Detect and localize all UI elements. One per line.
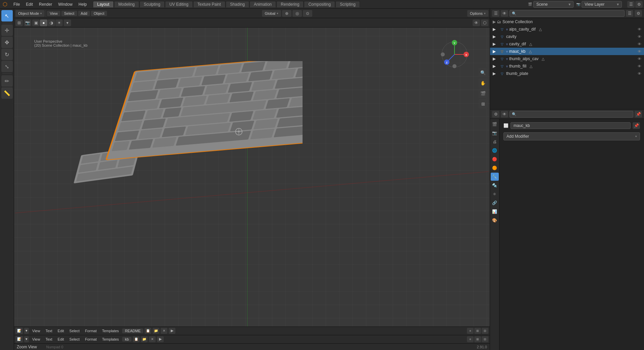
ed-templates-1[interactable]: Templates <box>100 329 121 333</box>
ed-folder-1[interactable]: 📁 <box>153 328 159 334</box>
ed-layout-btn-2b[interactable]: ⊞ <box>474 336 481 342</box>
outliner-item-mauc-kb[interactable]: ▶ ▽ ▿ mauc_kb △ 👁 <box>490 48 644 55</box>
ed-edit-2[interactable]: Edit <box>56 337 66 342</box>
rotate-tool[interactable]: ↻ <box>1 49 13 60</box>
outliner-item-thumb-plate[interactable]: ▶ ▽ thumb_plate 👁 <box>490 70 644 77</box>
ed-layout-btn-1b[interactable]: ⊞ <box>474 328 481 334</box>
outliner-view-icon[interactable]: 👁 <box>501 10 508 17</box>
snap-icon[interactable]: ⊕ <box>282 10 291 17</box>
props-data-icon[interactable]: 📊 <box>491 208 499 216</box>
object-name-input[interactable]: mauc_kb <box>511 122 631 129</box>
props-modifier-icon[interactable]: 🔧 <box>491 173 499 181</box>
tab-compositing[interactable]: Compositing <box>304 1 335 7</box>
ed-view-1[interactable]: View <box>30 329 42 333</box>
ed-view-2[interactable]: View <box>30 337 42 342</box>
select-menu[interactable]: Select <box>61 11 77 16</box>
outliner-item-cavity-dif[interactable]: ▶ ▽ ▿ cavity_dif △ 👁 <box>490 40 644 48</box>
outliner-search[interactable] <box>509 10 625 17</box>
viewport[interactable]: User Perspective (20) Scene Collection |… <box>14 28 490 326</box>
ed-select-2[interactable]: Select <box>67 337 82 342</box>
ed-play-2[interactable]: ▶ <box>157 336 164 342</box>
camera-icon[interactable]: 📷 <box>24 19 31 26</box>
annotate-tool[interactable]: ✏ <box>1 75 13 87</box>
props-pin-icon[interactable]: 📌 <box>635 111 642 118</box>
scale-tool[interactable]: ⤡ <box>1 61 13 72</box>
editor-dropdown-2[interactable]: ▾ <box>24 336 29 342</box>
item-eye-3[interactable]: 👁 <box>638 42 641 46</box>
proportional2-icon[interactable]: ⊙ <box>303 10 312 17</box>
props-view-layer-icon[interactable]: 🖨 <box>491 138 499 146</box>
props-world-icon[interactable]: 🔴 <box>491 155 499 163</box>
ed-play-1[interactable]: ▶ <box>169 328 175 334</box>
xray-icon[interactable]: ⬡ <box>481 19 488 26</box>
item-eye-7[interactable]: 👁 <box>638 72 641 76</box>
tab-uv-editing[interactable]: UV Editing <box>165 1 193 7</box>
ed-layout-btn-1c[interactable]: ⊟ <box>482 328 488 334</box>
editor-type-btn-2[interactable]: 📝 <box>15 336 23 343</box>
ed-close-1[interactable]: ✕ <box>161 328 167 334</box>
select-tool[interactable]: ↖ <box>1 10 13 21</box>
zoom-in-btn[interactable]: 🔍 <box>478 68 488 77</box>
ed-edit-1[interactable]: Edit <box>56 329 66 333</box>
item-eye-5[interactable]: 👁 <box>638 57 641 61</box>
ed-text-2[interactable]: Text <box>44 337 54 342</box>
blender-logo[interactable]: ⬡ <box>1 1 9 8</box>
ed-layout-btn-2a[interactable]: ≡ <box>467 336 474 342</box>
item-eye-4[interactable]: 👁 <box>638 49 641 53</box>
ed-layout-btn-2c[interactable]: ⊟ <box>482 336 488 342</box>
props-physics-icon[interactable]: ⚛ <box>491 190 499 198</box>
ed-close-2[interactable]: ✕ <box>149 336 156 342</box>
ed-text-1[interactable]: Text <box>44 329 54 333</box>
outliner-item-thumb-alps[interactable]: ▶ ▽ ▿ thumb_alps_cav △ 👁 <box>490 55 644 62</box>
tab-sculpting[interactable]: Sculpting <box>140 1 165 7</box>
scene-dropdown[interactable]: Scene ▾ <box>533 1 574 8</box>
props-constraints-icon[interactable]: 🔗 <box>491 199 499 207</box>
props-material-icon[interactable]: 🎨 <box>491 216 499 224</box>
view-layer-dropdown[interactable]: View Layer ▾ <box>582 1 622 8</box>
add-modifier-button[interactable]: Add Modifier ▾ <box>503 132 640 140</box>
proportional-icon[interactable]: ◎ <box>292 10 302 17</box>
ortho-btn[interactable]: ⊞ <box>478 99 488 108</box>
camera-btn[interactable]: 🎬 <box>478 89 488 98</box>
object-menu[interactable]: Object <box>91 11 107 16</box>
menu-render[interactable]: Render <box>36 1 55 7</box>
props-render-icon[interactable]: 🎬 <box>491 120 499 128</box>
settings-icon[interactable]: ⚙ <box>635 1 643 8</box>
outliner-settings-icon[interactable]: ⚙ <box>635 10 642 17</box>
properties-search[interactable] <box>509 111 633 118</box>
viewport-shading-render[interactable]: ☀ <box>55 19 63 26</box>
shading-options[interactable]: ▾ <box>64 19 71 26</box>
view-menu[interactable]: View <box>47 11 60 16</box>
menu-window[interactable]: Window <box>55 1 75 7</box>
editor-type-btn-1[interactable]: 📝 <box>15 327 23 334</box>
measure-tool[interactable]: 📏 <box>1 87 13 99</box>
pin-object-btn[interactable]: 📌 <box>633 122 640 129</box>
tab-animation[interactable]: Animation <box>250 1 276 7</box>
tab-shading[interactable]: Shading <box>226 1 249 7</box>
move-tool[interactable]: ✥ <box>1 37 13 48</box>
navigation-gizmo[interactable]: Y X Z <box>439 39 470 70</box>
viewport-shading-matcap[interactable]: ◑ <box>48 19 55 26</box>
item-eye-1[interactable]: 👁 <box>638 27 641 31</box>
ed-format-2[interactable]: Format <box>83 337 99 342</box>
mode-selector[interactable]: Object Mode ▾ <box>15 10 45 17</box>
viewport-shading-wire[interactable]: ▣ <box>32 19 40 26</box>
tab-modeling[interactable]: Modeling <box>114 1 139 7</box>
tab-scripting[interactable]: Scripting <box>335 1 360 7</box>
ed-copy-1[interactable]: 📋 <box>145 328 151 334</box>
add-menu[interactable]: Add <box>78 11 90 16</box>
props-type-icon[interactable]: ⚙ <box>492 111 499 118</box>
editor-dropdown-1[interactable]: ▾ <box>24 328 29 334</box>
props-scene-icon[interactable]: 🌐 <box>491 146 499 155</box>
ed-select-1[interactable]: Select <box>67 329 82 333</box>
options-dropdown[interactable]: Options ▾ <box>467 10 488 17</box>
outliner-item-cavity[interactable]: ▶ ▽ cavity 👁 <box>490 33 644 40</box>
ed-templates-2[interactable]: Templates <box>100 337 121 342</box>
ed-folder-2[interactable]: 📁 <box>141 336 148 342</box>
props-output-icon[interactable]: 📷 <box>491 129 499 137</box>
outliner-item-alps[interactable]: ▶ ▽ ▿ alps_cavity_dif △ 👁 <box>490 26 644 33</box>
props-view-icon[interactable]: 👁 <box>501 111 508 118</box>
filter-icon[interactable]: ☰ <box>627 1 635 8</box>
outliner-item-thumb-fill[interactable]: ▶ ▽ ▿ thumb_fill △ 👁 <box>490 62 644 70</box>
item-eye-6[interactable]: 👁 <box>638 64 641 68</box>
